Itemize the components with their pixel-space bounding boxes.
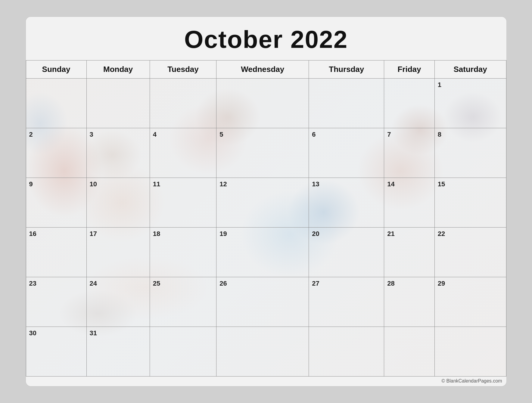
date-number: 10 (90, 180, 97, 188)
date-number: 4 (153, 131, 157, 138)
day-cell-15: 15 (434, 178, 506, 228)
day-cell-1: 1 (434, 79, 506, 128)
day-cell-6: 6 (309, 128, 384, 178)
date-number: 24 (90, 280, 97, 287)
date-number: 28 (387, 280, 394, 287)
date-number: 7 (387, 131, 391, 138)
day-header-monday: Monday (86, 60, 150, 79)
calendar-title: October 2022 (26, 17, 506, 60)
day-cell-19: 19 (216, 228, 309, 277)
day-cell-17: 17 (86, 228, 150, 277)
day-cell-empty-0-3 (216, 79, 309, 128)
week-row-0: 1 (26, 79, 506, 128)
day-cell-10: 10 (86, 178, 150, 228)
day-cell-empty-0-5 (384, 79, 434, 128)
day-cell-24: 24 (86, 277, 150, 327)
day-cell-25: 25 (150, 277, 216, 327)
week-row-4: 23242526272829 (26, 277, 506, 327)
day-cell-4: 4 (150, 128, 216, 178)
day-cell-22: 22 (434, 228, 506, 277)
day-header-sunday: Sunday (26, 60, 86, 79)
date-number: 25 (153, 280, 160, 287)
week-row-2: 9101112131415 (26, 178, 506, 228)
day-cell-empty-0-2 (150, 79, 216, 128)
date-number: 19 (219, 230, 227, 237)
day-cell-20: 20 (309, 228, 384, 277)
date-number: 13 (312, 180, 319, 188)
calendar-body: SundayMondayTuesdayWednesdayThursdayFrid… (26, 60, 506, 377)
day-cell-31: 31 (86, 327, 150, 377)
date-number: 1 (438, 81, 441, 88)
date-number: 16 (29, 230, 36, 237)
date-number: 23 (29, 280, 36, 287)
day-cell-28: 28 (384, 277, 434, 327)
day-header-friday: Friday (384, 60, 434, 79)
week-row-1: 2345678 (26, 128, 506, 178)
day-cell-14: 14 (384, 178, 434, 228)
date-number: 9 (29, 180, 33, 188)
date-number: 14 (387, 180, 394, 188)
week-row-5: 3031 (26, 327, 506, 377)
day-header-wednesday: Wednesday (216, 60, 309, 79)
date-number: 22 (438, 230, 445, 237)
date-number: 8 (438, 131, 441, 138)
date-number: 27 (312, 280, 319, 287)
date-number: 5 (219, 131, 223, 138)
date-number: 20 (312, 230, 319, 237)
day-cell-30: 30 (26, 327, 86, 377)
day-cell-29: 29 (434, 277, 506, 327)
day-cell-empty-0-4 (309, 79, 384, 128)
date-number: 30 (29, 329, 36, 337)
calendar-table: SundayMondayTuesdayWednesdayThursdayFrid… (26, 60, 506, 377)
watermark: © BlankCalendarPages.com (26, 377, 506, 386)
day-cell-13: 13 (309, 178, 384, 228)
date-number: 31 (90, 329, 97, 337)
day-cell-26: 26 (216, 277, 309, 327)
day-cell-empty-5-2 (150, 327, 216, 377)
date-number: 12 (219, 180, 227, 188)
week-row-3: 16171819202122 (26, 228, 506, 277)
day-cell-16: 16 (26, 228, 86, 277)
day-cell-9: 9 (26, 178, 86, 228)
day-cell-empty-0-0 (26, 79, 86, 128)
date-number: 18 (153, 230, 160, 237)
day-headers-row: SundayMondayTuesdayWednesdayThursdayFrid… (26, 60, 506, 79)
date-number: 15 (438, 180, 445, 188)
date-number: 2 (29, 131, 33, 138)
day-cell-23: 23 (26, 277, 86, 327)
day-cell-21: 21 (384, 228, 434, 277)
day-cell-7: 7 (384, 128, 434, 178)
day-cell-empty-5-4 (309, 327, 384, 377)
day-cell-8: 8 (434, 128, 506, 178)
day-cell-empty-5-3 (216, 327, 309, 377)
day-header-tuesday: Tuesday (150, 60, 216, 79)
calendar-container: October 2022 SundayMondayTuesdayWednesda… (25, 16, 507, 387)
day-cell-12: 12 (216, 178, 309, 228)
date-number: 26 (219, 280, 227, 287)
day-cell-5: 5 (216, 128, 309, 178)
day-cell-empty-0-1 (86, 79, 150, 128)
date-number: 17 (90, 230, 97, 237)
day-cell-27: 27 (309, 277, 384, 327)
day-cell-empty-5-6 (434, 327, 506, 377)
date-number: 3 (90, 131, 93, 138)
date-number: 21 (387, 230, 394, 237)
day-header-saturday: Saturday (434, 60, 506, 79)
date-number: 29 (438, 280, 445, 287)
day-header-thursday: Thursday (309, 60, 384, 79)
day-cell-11: 11 (150, 178, 216, 228)
date-number: 6 (312, 131, 316, 138)
day-cell-2: 2 (26, 128, 86, 178)
day-cell-18: 18 (150, 228, 216, 277)
date-number: 11 (153, 180, 160, 188)
day-cell-empty-5-5 (384, 327, 434, 377)
day-cell-3: 3 (86, 128, 150, 178)
